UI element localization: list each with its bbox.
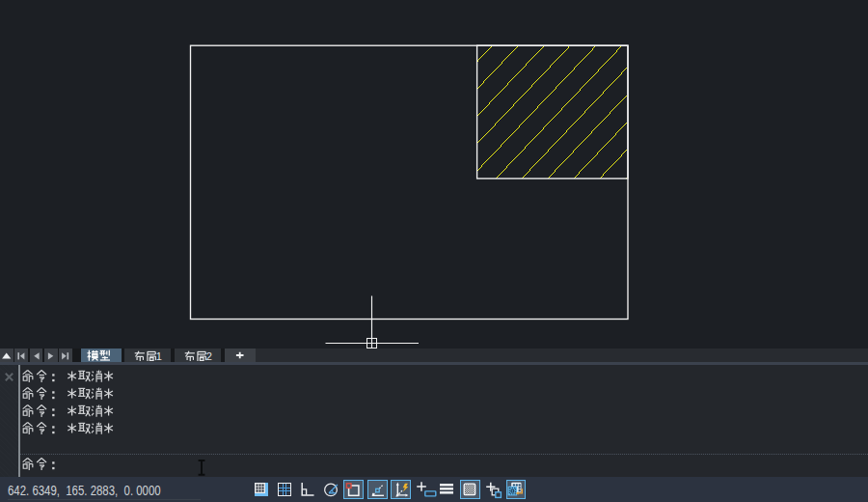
- svg-text:1: 1: [156, 350, 162, 362]
- svg-text:2: 2: [206, 350, 212, 362]
